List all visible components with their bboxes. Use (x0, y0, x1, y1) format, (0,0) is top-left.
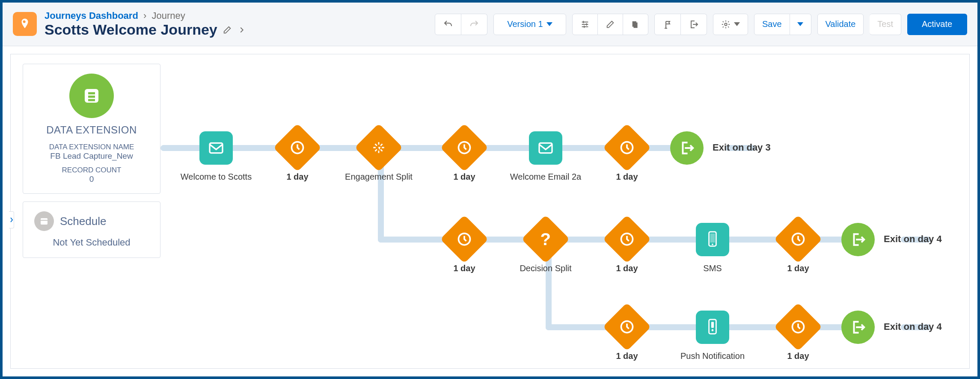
title-block: Journeys Dashboard › Journey Scotts Welc… (13, 10, 429, 38)
exit-icon (841, 311, 875, 344)
page-title: Scotts Welcome Journey (45, 21, 217, 38)
sms-icon (696, 223, 729, 256)
exit-label-1: Exit on day 3 (713, 142, 771, 153)
breadcrumb-leaf: Journey (151, 10, 185, 21)
wait-icon (774, 215, 822, 263)
exit-icon (670, 131, 704, 165)
wait-icon (273, 123, 321, 172)
push-icon (696, 311, 729, 344)
exit-label-3: Exit on day 4 (884, 321, 942, 332)
node-label: 1 day (422, 172, 507, 182)
exit-icon (841, 223, 875, 256)
wait-icon (603, 302, 651, 351)
record-count-value: 0 (31, 175, 152, 184)
node-label: 1 day (584, 351, 670, 361)
node-wait-1[interactable]: 1 day (255, 130, 340, 182)
sliders-button[interactable] (572, 14, 598, 35)
breadcrumb-root[interactable]: Journeys Dashboard (45, 10, 138, 21)
email-icon (529, 131, 562, 165)
de-name-label: DATA EXTENSION NAME (31, 143, 152, 151)
flow-area: Welcome to Scotts 1 day Engagement Split… (173, 71, 965, 368)
node-label: Decision Split (503, 263, 588, 274)
breadcrumb[interactable]: Journeys Dashboard › Journey (45, 10, 246, 21)
node-wait-8[interactable]: 1 day (755, 310, 841, 361)
node-label: 1 day (584, 263, 670, 274)
schedule-heading: Schedule (60, 215, 106, 228)
chevron-right-icon[interactable] (237, 25, 246, 35)
expand-handle[interactable] (9, 211, 14, 228)
save-group: Save (754, 14, 811, 35)
node-sms[interactable]: SMS (670, 223, 755, 274)
entry-source-card[interactable]: DATA EXTENSION DATA EXTENSION NAME FB Le… (23, 64, 160, 194)
wait-icon (440, 123, 488, 172)
wait-icon (774, 302, 822, 351)
node-exit-1[interactable] (670, 131, 704, 165)
save-button[interactable]: Save (754, 14, 790, 35)
node-label: Engagement Split (336, 172, 422, 182)
wait-icon (603, 215, 651, 263)
node-wait-5[interactable]: 1 day (584, 222, 670, 274)
caret-down-icon (546, 22, 552, 26)
svg-rect-3 (210, 143, 223, 153)
activate-button[interactable]: Activate (907, 14, 967, 35)
node-decision-split[interactable]: ? Decision Split (503, 222, 588, 274)
wait-icon (440, 215, 488, 263)
view-toggle-group (572, 14, 648, 35)
engagement-split-icon (354, 123, 403, 172)
edit-button[interactable] (598, 14, 623, 35)
version-label: Version 1 (507, 19, 543, 29)
schedule-status: Not Yet Scheduled (31, 237, 152, 248)
validate-button[interactable]: Validate (817, 14, 864, 35)
test-button[interactable]: Test (870, 14, 901, 35)
de-name-value: FB Lead Capture_New (31, 151, 152, 161)
node-exit-2[interactable] (841, 223, 875, 256)
node-wait-7[interactable]: 1 day (584, 310, 670, 361)
caret-down-icon (797, 22, 803, 26)
node-label: Welcome to Scotts (173, 172, 259, 182)
node-wait-6[interactable]: 1 day (755, 222, 841, 274)
record-count-label: RECORD COUNT (31, 166, 152, 175)
node-exit-3[interactable] (841, 311, 875, 344)
data-extension-icon (69, 74, 114, 118)
node-engagement-split[interactable]: Engagement Split (336, 130, 422, 182)
svg-rect-11 (710, 234, 715, 243)
svg-point-17 (712, 329, 714, 332)
svg-rect-16 (711, 322, 714, 328)
node-push[interactable]: Push Notification (670, 311, 755, 361)
node-label: Push Notification (670, 351, 755, 361)
exit-label-2: Exit on day 4 (884, 234, 942, 245)
node-wait-3[interactable]: 1 day (584, 130, 670, 182)
settings-dropdown[interactable] (713, 14, 748, 35)
edit-title-icon[interactable] (223, 25, 232, 35)
svg-rect-2 (41, 218, 48, 225)
email-icon (199, 131, 233, 165)
breadcrumb-separator: › (141, 10, 149, 21)
save-menu-button[interactable] (790, 14, 811, 35)
node-email-1[interactable]: Welcome to Scotts (173, 131, 259, 182)
caret-down-icon (734, 22, 740, 26)
gear-icon (721, 20, 731, 29)
svg-point-12 (712, 243, 713, 245)
node-label: 1 day (255, 172, 340, 182)
node-label: SMS (670, 263, 755, 274)
calendar-icon (34, 211, 54, 231)
node-wait-2[interactable]: 1 day (422, 130, 507, 182)
journey-app-icon (13, 12, 37, 36)
undo-redo-group (435, 14, 487, 35)
node-label: 1 day (584, 172, 670, 182)
version-dropdown[interactable]: Version 1 (493, 14, 566, 35)
undo-button[interactable] (435, 14, 461, 35)
node-wait-4[interactable]: 1 day (422, 222, 507, 274)
goal-exit-group (654, 14, 707, 35)
copy-button[interactable] (623, 14, 648, 35)
node-label: 1 day (755, 351, 841, 361)
journey-canvas[interactable]: DATA EXTENSION DATA EXTENSION NAME FB Le… (10, 54, 970, 369)
node-email-2[interactable]: Welcome Email 2a (503, 131, 588, 182)
entry-heading: DATA EXTENSION (31, 124, 152, 136)
exit-criteria-button[interactable] (681, 14, 707, 35)
redo-button[interactable] (461, 14, 487, 35)
goal-button[interactable] (654, 14, 681, 35)
node-label: 1 day (755, 263, 841, 274)
toolbar: Journeys Dashboard › Journey Scotts Welc… (3, 3, 977, 46)
schedule-card[interactable]: Schedule Not Yet Scheduled (23, 201, 160, 258)
